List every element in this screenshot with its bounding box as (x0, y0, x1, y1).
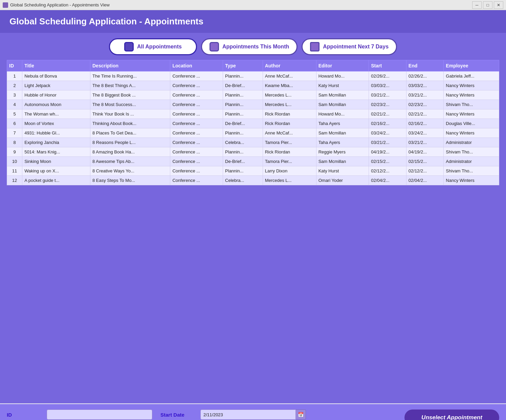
table-row[interactable]: 6Moon of VortexThinking About Book...Con… (7, 119, 499, 128)
table-cell: Anne McCaf... (263, 71, 316, 81)
table-row[interactable]: 74931: Hubble Gl...8 Places To Get Dea..… (7, 128, 499, 138)
table-cell: Tamora Pier... (263, 157, 316, 166)
table-cell: Katy Hurst (316, 81, 369, 90)
table-cell: Sam Mcmillan (316, 100, 369, 109)
table-cell: The 8 Most Success... (90, 100, 170, 109)
table-cell: Celebra... (223, 176, 263, 185)
table-cell: 03/21/2... (406, 90, 444, 100)
table-cell: 02/26/2... (369, 71, 406, 81)
table-cell: 02/15/2... (406, 157, 444, 166)
table-cell: Plannin... (223, 147, 263, 157)
table-cell: Sam Mcmillan (316, 128, 369, 138)
table-cell: 2 (7, 81, 22, 90)
table-cell: Mercedes L... (263, 176, 316, 185)
label-id: ID (7, 412, 44, 418)
table-cell: Taha Ayers (316, 119, 369, 128)
table-cell: Nancy Winters (444, 176, 499, 185)
table-cell: Moon of Vortex (22, 119, 90, 128)
table-row[interactable]: 1Nebula of BonvaThe Time Is Running...Co… (7, 71, 499, 81)
table-cell: Plannin... (223, 71, 263, 81)
table-cell: Shivam Tho... (444, 166, 499, 176)
table-cell: 02/21/2... (406, 109, 444, 119)
tab-bar: All Appointments Appointments This Month… (7, 38, 499, 55)
col-employee: Employee (444, 60, 499, 71)
table-cell: Thinking About Book... (90, 119, 170, 128)
table-cell: Conference ... (170, 100, 223, 109)
table-cell: Rick Riordan (263, 147, 316, 157)
table-cell: 12 (7, 176, 22, 185)
col-id: ID (7, 60, 22, 71)
table-cell: Celebra... (223, 138, 263, 147)
table-cell: 8 Creative Ways Yo... (90, 166, 170, 176)
table-cell: Conference ... (170, 147, 223, 157)
table-cell: Reggie Myers (316, 147, 369, 157)
table-cell: Nancy Winters (444, 81, 499, 90)
tab-week-label: Appointment Next 7 Days (323, 44, 389, 50)
form-col-2: Start Date 📅 Start Time End Date 📅 End T… (160, 410, 306, 420)
table-cell: 8 (7, 138, 22, 147)
row-start-date: Start Date 📅 (160, 410, 306, 420)
unselect-appointment-button[interactable]: Unselect Appointment (404, 410, 499, 420)
tab-all-appointments[interactable]: All Appointments (109, 38, 197, 55)
table-cell: 02/23/2... (369, 100, 406, 109)
table-row[interactable]: 5The Woman wh...Think Your Book Is ...Co… (7, 109, 499, 119)
tab-all-label: All Appointments (137, 44, 182, 50)
table-row[interactable]: 2Light JetpackThe 8 Best Things A...Conf… (7, 81, 499, 90)
table-cell: 02/16/2... (406, 119, 444, 128)
table-cell: Plannin... (223, 166, 263, 176)
table-cell: 02/12/2... (369, 166, 406, 176)
table-cell: Mercedes L... (263, 100, 316, 109)
table-cell: Think Your Book Is ... (90, 109, 170, 119)
table-cell: Nancy Winters (444, 109, 499, 119)
table-cell: Hubble of Honor (22, 90, 90, 100)
table-cell: A pocket guide t... (22, 176, 90, 185)
table-row[interactable]: 8Exploring Janchia8 Reasons People L...C… (7, 138, 499, 147)
col-editor: Editor (316, 60, 369, 71)
table-cell: Shivam Tho... (444, 100, 499, 109)
table-body: 1Nebula of BonvaThe Time Is Running...Co… (7, 71, 499, 185)
table-cell: Sinking Moon (22, 157, 90, 166)
table-row[interactable]: 12A pocket guide t...8 Easy Steps To Mo.… (7, 176, 499, 185)
title-bar: Global Scheduling Application - Appointm… (0, 0, 506, 10)
maximize-button[interactable]: □ (483, 1, 492, 9)
row-id: ID (7, 410, 152, 420)
tab-this-month[interactable]: Appointments This Month (201, 38, 298, 55)
table-row[interactable]: 11Waking up on X...8 Creative Ways Yo...… (7, 166, 499, 176)
table-cell: Larry Dixon (263, 166, 316, 176)
close-button[interactable]: ✕ (494, 1, 503, 9)
app-header: Global Scheduling Application - Appointm… (0, 10, 506, 33)
table-cell: 02/12/2... (406, 166, 444, 176)
table-cell: Nancy Winters (444, 128, 499, 138)
input-id[interactable] (47, 410, 152, 420)
col-end: End (406, 60, 444, 71)
tab-week-icon (310, 42, 320, 51)
table-row[interactable]: 3Hubble of HonorThe 8 Biggest Book ...Co… (7, 90, 499, 100)
table-cell: Autonomous Moon (22, 100, 90, 109)
table-cell: 02/26/2... (406, 71, 444, 81)
table-cell: 3 (7, 90, 22, 100)
table-cell: Conference ... (170, 81, 223, 90)
start-date-calendar-button[interactable]: 📅 (296, 410, 306, 420)
table-row[interactable]: 4Autonomous MoonThe 8 Most Success...Con… (7, 100, 499, 109)
tab-next-7-days[interactable]: Appointment Next 7 Days (302, 38, 397, 55)
col-type: Type (223, 60, 263, 71)
table-row[interactable]: 95014: Mars Knig...8 Amazing Book Ha...C… (7, 147, 499, 157)
table-cell: De-Brief... (223, 81, 263, 90)
table-cell: 02/21/2... (369, 109, 406, 119)
title-bar-controls: ─ □ ✕ (472, 1, 503, 9)
table-row[interactable]: 10Sinking Moon8 Awesome Tips Ab...Confer… (7, 157, 499, 166)
col-location: Location (170, 60, 223, 71)
minimize-button[interactable]: ─ (472, 1, 482, 9)
table-cell: 03/24/2... (406, 128, 444, 138)
table-cell: 04/19/2... (406, 147, 444, 157)
input-start-date[interactable] (200, 410, 296, 420)
col-title: Title (22, 60, 90, 71)
table-cell: Conference ... (170, 166, 223, 176)
tab-month-icon (210, 42, 219, 51)
table-cell: Mercedes L... (263, 90, 316, 100)
table-cell: 03/21/2... (369, 138, 406, 147)
table-cell: Gabriela Jeff... (444, 71, 499, 81)
table-cell: 8 Awesome Tips Ab... (90, 157, 170, 166)
table-cell: 11 (7, 166, 22, 176)
table-cell: Sam Mcmillan (316, 157, 369, 166)
